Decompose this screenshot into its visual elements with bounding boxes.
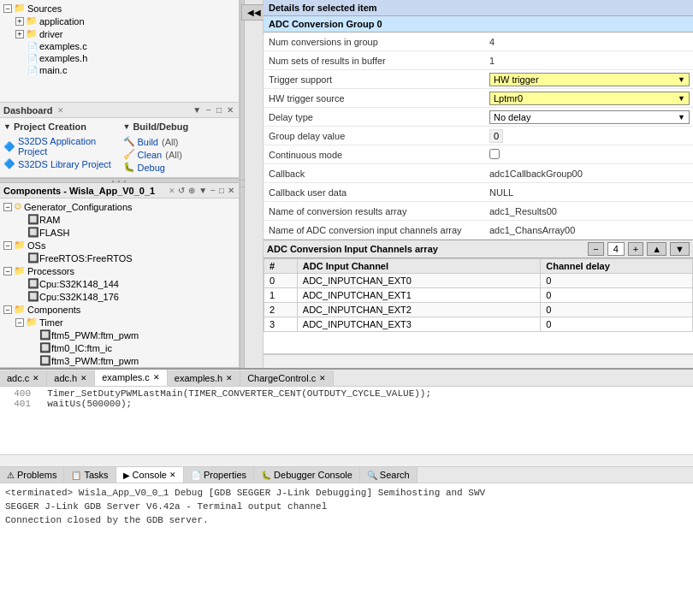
delay-type-dropdown-text: No delay [494, 112, 530, 122]
console-close[interactable]: ✕ [169, 471, 176, 479]
prop-row-continuous: Continuous mode [264, 145, 693, 164]
comp-item-gen-config[interactable]: − ⚙ Generator_Configurations [2, 200, 237, 213]
tree-item-mainc[interactable]: 📄 main.c [2, 64, 237, 76]
comp-item-flash[interactable]: 🔲 FLASH [2, 226, 237, 239]
comp-item-cpu144[interactable]: 🔲 Cpu:S32K148_144 [2, 277, 237, 290]
tab-chargecontrol[interactable]: ChargeControl.c ✕ [240, 370, 334, 386]
comp-item-components[interactable]: − 📁 Components [2, 303, 237, 316]
comp-menu-btn[interactable]: ▼ [198, 185, 208, 196]
comp-refresh-btn[interactable]: ↺ [177, 185, 186, 196]
expand-driver[interactable]: + [15, 30, 24, 38]
tab-adcc[interactable]: adc.c ✕ [0, 370, 47, 386]
gen-config-label: Generator_Configurations [24, 202, 133, 212]
console-icon: ▶ [123, 471, 130, 480]
tab-adch-close[interactable]: ✕ [80, 374, 87, 382]
comp-minimize-btn[interactable]: − [210, 185, 216, 196]
dashboard-title: Dashboard [3, 105, 52, 116]
tab-examplesc[interactable]: examples.c ✕ [95, 370, 168, 386]
ch2-channel: ADC_INPUTCHAN_EXT2 [297, 303, 540, 317]
console-tab-console[interactable]: ▶ Console ✕ [116, 467, 184, 483]
dashboard-close-btn[interactable]: ✕ [225, 104, 235, 116]
expand-sources[interactable]: − [3, 4, 12, 13]
trigger-value[interactable]: HW trigger ▼ [486, 71, 693, 88]
delay-type-value[interactable]: No delay ▼ [486, 109, 693, 126]
tab-examplesh-close[interactable]: ✕ [226, 374, 233, 382]
console-tab-tasks[interactable]: 📋 Tasks [64, 467, 116, 483]
comp-item-cpu176[interactable]: 🔲 Cpu:S32K148_176 [2, 290, 237, 303]
adc-scroll[interactable]: Details for selected item ADC Conversion… [264, 0, 693, 354]
tab-examplesh[interactable]: examples.h ✕ [168, 370, 240, 386]
code-line-401: 401 waitUs(500000); [3, 399, 690, 409]
channel-up-btn[interactable]: ▲ [647, 242, 666, 256]
comp-item-ftm5[interactable]: 🔲 ftm5_PWM:ftm_pwm [2, 329, 237, 341]
debug-item[interactable]: 🐛 Debug [123, 161, 236, 174]
search-label: Search [380, 470, 410, 480]
link-s32ds-lib[interactable]: 🔷 S32DS Library Project [3, 157, 116, 170]
console-tab-properties[interactable]: 📄 Properties [184, 467, 254, 483]
console-line-2: SEGGER J-Link GDB Server V6.42a - Termin… [5, 500, 688, 513]
channels-title: ADC Conversion Input Channels array [267, 244, 584, 254]
dashboard-minimize-btn[interactable]: − [204, 104, 213, 116]
tab-adcc-close[interactable]: ✕ [33, 374, 39, 382]
comp-item-oss[interactable]: − 📁 OSs [2, 239, 237, 252]
comp-item-ram[interactable]: 🔲 RAM [2, 213, 237, 226]
main-hscroll[interactable] [264, 354, 693, 368]
col-header-num: # [264, 259, 298, 274]
tab-examplesc-label: examples.c [102, 372, 150, 382]
cpu176-icon: 🔲 [27, 291, 39, 302]
trigger-dropdown[interactable]: HW trigger ▼ [489, 73, 690, 86]
expand-gen[interactable]: − [3, 203, 12, 211]
link-s32ds-app[interactable]: 🔷 S32DS Application Project [3, 135, 116, 157]
continuous-value[interactable] [486, 147, 693, 163]
tab-examplesc-close[interactable]: ✕ [153, 373, 160, 382]
ch3-delay: 0 [541, 317, 693, 332]
editor-hscroll[interactable] [0, 455, 693, 467]
dashboard-menu-btn[interactable]: ▼ [191, 104, 203, 116]
code-line-400: 400 Timer_SetDutyPWMLastMain(TIMER_CONVE… [3, 388, 690, 399]
clean-all-item[interactable]: 🧹 Clean (All) [123, 148, 236, 161]
dashboard-maximize-btn[interactable]: □ [215, 104, 223, 116]
expand-components[interactable]: − [3, 305, 12, 314]
channels-tbody: 0 ADC_INPUTCHAN_EXT0 0 1 ADC_INPUTCHAN_E… [264, 274, 693, 332]
console-tab-search[interactable]: 🔍 Search [360, 467, 418, 483]
adc-panel: Details for selected item ADC Conversion… [264, 0, 693, 332]
comp-item-ftm3[interactable]: 🔲 ftm3_PWM:ftm_pwm [2, 354, 237, 367]
channel-plus-btn[interactable]: + [628, 242, 643, 256]
editor-content: 400 Timer_SetDutyPWMLastMain(TIMER_CONVE… [0, 387, 693, 455]
comp-close-btn[interactable]: ✕ [227, 185, 235, 196]
expand-oss[interactable]: − [3, 241, 12, 250]
dashboard-tab-icons: ▼ − □ ✕ [191, 104, 235, 116]
comp-item-timer[interactable]: − 📁 Timer [2, 316, 237, 329]
build-all-item[interactable]: 🔨 Build (All) [123, 135, 236, 148]
hw-source-dropdown[interactable]: Lptmr0 ▼ [489, 92, 690, 105]
tree-item-examplesc[interactable]: 📄 examples.c [2, 40, 237, 52]
expand-application[interactable]: + [15, 17, 24, 26]
hw-source-value[interactable]: Lptmr0 ▼ [486, 90, 693, 107]
file-icon: 📄 [27, 42, 38, 51]
tree-item-sources[interactable]: − 📁 Sources [2, 2, 237, 15]
comp-item-ftm0[interactable]: 🔲 ftm0_IC:ftm_ic [2, 341, 237, 354]
expand-timer[interactable]: − [15, 318, 24, 327]
comp-add-btn[interactable]: ⊕ [187, 185, 196, 196]
num-sets-value: 1 [486, 54, 693, 68]
tree-item-application[interactable]: + 📁 application [2, 15, 237, 27]
tab-examplesh-label: examples.h [175, 373, 222, 383]
tab-chargecontrol-close[interactable]: ✕ [319, 374, 326, 382]
nav-left-btn[interactable]: ◀◀ [241, 4, 267, 21]
hw-source-label: HW trigger source [264, 92, 486, 105]
channel-down-btn[interactable]: ▼ [670, 242, 690, 256]
comp-item-processors[interactable]: − 📁 Processors [2, 264, 237, 277]
comp-maximize-btn[interactable]: □ [218, 185, 225, 196]
console-tab-problems[interactable]: ⚠ Problems [0, 467, 64, 483]
continuous-checkbox[interactable] [489, 149, 500, 159]
expand-processors[interactable]: − [3, 267, 12, 275]
sources-tree[interactable]: − 📁 Sources + 📁 application + 📁 driver 📄 [0, 0, 239, 103]
channel-minus-btn[interactable]: − [588, 242, 603, 256]
console-tab-debugger[interactable]: 🐛 Debugger Console [254, 467, 360, 483]
tab-adch[interactable]: adc.h ✕ [47, 370, 95, 386]
tree-item-driver[interactable]: + 📁 driver [2, 27, 237, 40]
delay-type-dropdown[interactable]: No delay ▼ [489, 110, 690, 124]
comp-item-freertos[interactable]: 🔲 FreeRTOS:FreeRTOS [2, 252, 237, 264]
gen-folder-icon: ⚙ [14, 201, 22, 212]
tree-item-examplesh[interactable]: 📄 examples.h [2, 52, 237, 64]
